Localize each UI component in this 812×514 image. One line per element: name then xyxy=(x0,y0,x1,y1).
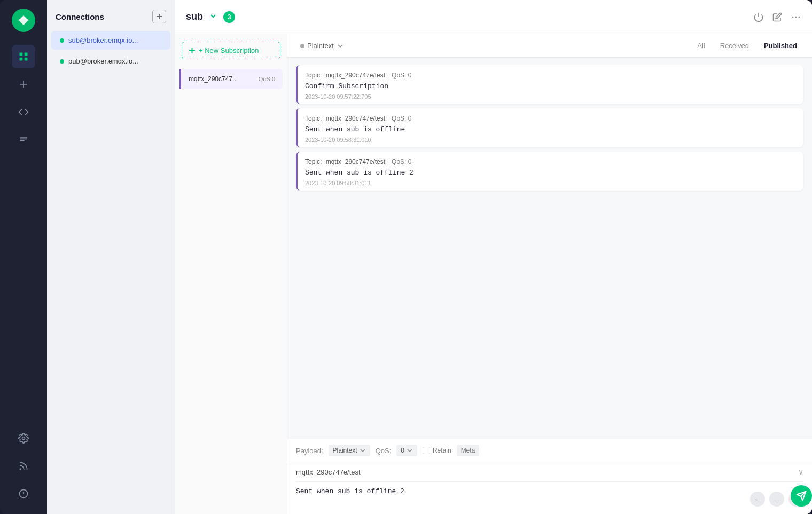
messages-list: Topic: mqttx_290c747e/test QoS: 0 Confir… xyxy=(287,58,812,439)
nav-log[interactable] xyxy=(12,128,35,152)
nav-settings[interactable] xyxy=(12,426,35,450)
svg-rect-1 xyxy=(25,53,28,56)
expand-icon[interactable]: ∨ xyxy=(798,468,803,476)
connection-chevron-icon xyxy=(208,11,218,23)
compose-clear-button[interactable]: – xyxy=(769,492,784,507)
payload-format-select[interactable]: Plaintext xyxy=(329,445,370,456)
topbar-left: sub 3 xyxy=(186,11,235,23)
message-topic-label-2: Topic: mqttx_290c747e/test xyxy=(305,115,385,122)
connection-item-pub[interactable]: pub@broker.emqx.io... xyxy=(51,52,170,70)
svg-rect-2 xyxy=(20,58,23,61)
svg-rect-0 xyxy=(20,53,23,56)
svg-rect-3 xyxy=(25,58,28,61)
svg-point-10 xyxy=(799,16,800,18)
connections-sidebar: Connections sub@broker.emqx.io... pub@br… xyxy=(47,0,175,514)
message-time-3: 2023-10-20 09:58:31:011 xyxy=(305,180,796,186)
message-filter-tabs: All Received Published xyxy=(691,39,803,52)
svg-point-5 xyxy=(20,469,21,470)
retain-checkbox[interactable] xyxy=(423,447,430,454)
format-selector[interactable]: Plaintext xyxy=(296,39,348,52)
message-card-1: Topic: mqttx_290c747e/test QoS: 0 Confir… xyxy=(296,65,803,104)
send-button[interactable] xyxy=(791,485,812,507)
nav-info[interactable] xyxy=(12,482,35,505)
retain-checkbox-area[interactable]: Retain xyxy=(423,447,451,454)
svg-point-4 xyxy=(22,437,25,440)
payload-label: Payload: xyxy=(296,447,323,455)
filter-tab-published[interactable]: Published xyxy=(758,39,803,52)
message-pane: Plaintext All Received Published xyxy=(287,34,812,514)
content-area: + New Subscription mqttx_290c747... QoS … xyxy=(175,34,812,514)
topbar: sub 3 xyxy=(175,0,812,34)
message-body-1: Confirm Subscription xyxy=(305,82,796,90)
message-time-2: 2023-10-20 09:58:31:010 xyxy=(305,137,796,143)
edit-button[interactable] xyxy=(772,12,782,22)
subscription-item[interactable]: mqttx_290c747... QoS 0 xyxy=(179,69,283,89)
message-card-header-1: Topic: mqttx_290c747e/test QoS: 0 xyxy=(305,72,796,79)
message-qos-3: QoS: 0 xyxy=(392,158,411,165)
message-body-3: Sent when sub is offline 2 xyxy=(305,169,796,177)
subscription-item-qos: QoS 0 xyxy=(259,76,275,82)
message-body-2: Sent when sub is offline xyxy=(305,125,796,133)
connection-name-sub: sub@broker.emqx.io... xyxy=(68,36,138,44)
subscription-item-name: mqttx_290c747... xyxy=(189,75,238,83)
nav-rss[interactable] xyxy=(12,454,35,478)
message-card-3: Topic: mqttx_290c747e/test QoS: 0 Sent w… xyxy=(296,152,803,191)
subscription-count-badge: 3 xyxy=(223,11,235,23)
subscription-list: + New Subscription mqttx_290c747... QoS … xyxy=(175,34,287,514)
connection-name-pub: pub@broker.emqx.io... xyxy=(68,57,138,65)
qos-select[interactable]: 0 xyxy=(396,445,417,456)
message-input-area[interactable]: Sent when sub is offline 2 ← – → xyxy=(296,482,803,514)
qos-label: QoS: xyxy=(376,447,392,455)
main-panel: sub 3 + New Subscription xyxy=(175,0,812,514)
connection-status-dot xyxy=(60,38,64,43)
message-input-text[interactable]: Sent when sub is offline 2 xyxy=(296,487,803,495)
format-dot xyxy=(300,44,304,48)
more-options-button[interactable] xyxy=(791,12,801,22)
nav-add[interactable] xyxy=(12,73,35,96)
topic-value[interactable]: mqttx_290c747e/test xyxy=(296,468,361,476)
message-card-2: Topic: mqttx_290c747e/test QoS: 0 Sent w… xyxy=(296,108,803,147)
nav-connections[interactable] xyxy=(12,45,35,68)
svg-point-8 xyxy=(792,16,794,18)
message-card-header-2: Topic: mqttx_290c747e/test QoS: 0 xyxy=(305,115,796,122)
new-subscription-label: + New Subscription xyxy=(199,46,259,54)
retain-label: Retain xyxy=(433,447,451,454)
message-topic-label-1: Topic: mqttx_290c747e/test xyxy=(305,72,385,79)
connection-title: sub xyxy=(186,11,203,22)
compose-prev-button[interactable]: ← xyxy=(750,492,765,507)
message-qos-1: QoS: 0 xyxy=(392,72,411,79)
meta-button[interactable]: Meta xyxy=(457,445,480,456)
message-card-header-3: Topic: mqttx_290c747e/test QoS: 0 xyxy=(305,158,796,165)
payload-format-value: Plaintext xyxy=(333,447,357,454)
connection-status-dot-pub xyxy=(60,59,64,64)
compose-area: Payload: Plaintext QoS: 0 Retain xyxy=(287,439,812,514)
connection-item-sub[interactable]: sub@broker.emqx.io... xyxy=(51,31,170,50)
message-topic-label-3: Topic: mqttx_290c747e/test xyxy=(305,158,385,165)
topbar-right xyxy=(753,12,801,22)
sidebar-title: Connections xyxy=(56,12,104,21)
power-button[interactable] xyxy=(753,12,764,22)
format-label: Plaintext xyxy=(307,42,334,50)
compose-body: mqttx_290c747e/test ∨ Sent when sub is o… xyxy=(287,462,812,514)
message-toolbar: Plaintext All Received Published xyxy=(287,34,812,58)
icon-bar xyxy=(0,0,47,514)
app-logo[interactable] xyxy=(12,9,35,32)
nav-script[interactable] xyxy=(12,100,35,124)
filter-tab-all[interactable]: All xyxy=(691,39,711,52)
qos-value: 0 xyxy=(401,447,404,454)
filter-tab-received[interactable]: Received xyxy=(714,39,755,52)
new-subscription-button[interactable]: + New Subscription xyxy=(182,42,280,59)
message-qos-2: QoS: 0 xyxy=(392,115,411,122)
add-connection-button[interactable] xyxy=(152,10,166,23)
svg-point-9 xyxy=(795,16,797,18)
message-time-1: 2023-10-20 09:57:22:705 xyxy=(305,93,796,100)
topic-input-row: mqttx_290c747e/test ∨ xyxy=(296,462,803,482)
sidebar-header: Connections xyxy=(47,0,175,30)
compose-toolbar: Payload: Plaintext QoS: 0 Retain xyxy=(287,439,812,462)
